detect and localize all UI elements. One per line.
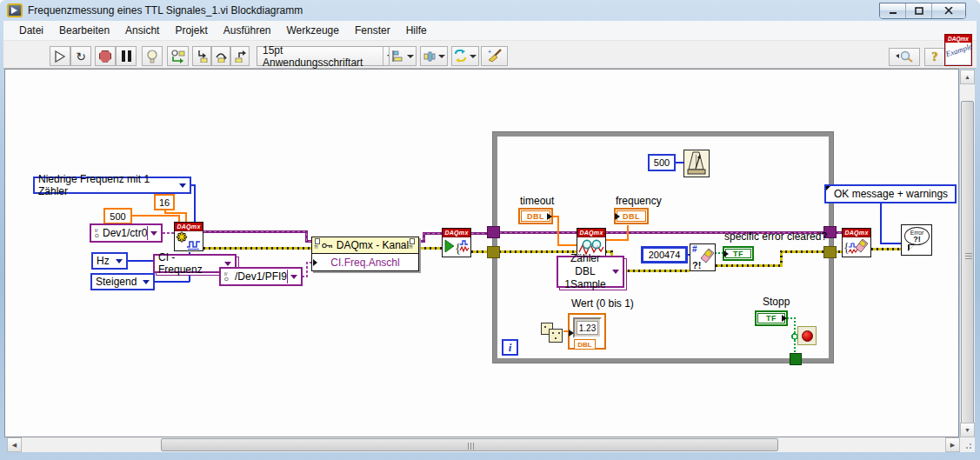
daqmx-create-channel-node[interactable]: DAQmx: [174, 222, 203, 251]
cleared-label: specific error cleared?: [724, 230, 827, 243]
abort-button[interactable]: [95, 46, 116, 66]
frequency-label: frequency: [616, 195, 662, 207]
error-bubble-icon: Error ?!: [904, 227, 930, 245]
loop-iteration-terminal[interactable]: i: [502, 339, 518, 356]
run-button[interactable]: [50, 46, 70, 66]
random-value-indicator[interactable]: 1.23 DBL: [568, 313, 606, 350]
io-counter-control[interactable]: I/O Dev1/ctr0: [90, 223, 163, 243]
loop-condition-terminal[interactable]: [797, 326, 817, 345]
simple-error-handler-node[interactable]: Error ?!: [901, 224, 932, 256]
property-node-title: DAQmx - Kanal: [337, 239, 409, 251]
menu-bearbeiten[interactable]: Bearbeiten: [51, 22, 117, 39]
indicator-arrow: [569, 330, 574, 337]
scroll-right-button[interactable]: ▶: [945, 437, 960, 452]
stop-control-terminal[interactable]: TF: [755, 310, 788, 326]
pause-button[interactable]: [116, 46, 137, 66]
pause-icon: [122, 50, 131, 62]
run-continuous-icon: ↻: [76, 50, 86, 63]
align-objects-icon: [392, 50, 404, 63]
lightbulb-icon: [146, 50, 158, 63]
resize-grip[interactable]: [960, 437, 975, 452]
horizontal-scrollbar[interactable]: ◀ ▶: [7, 437, 960, 452]
toolbar: ↻ 15pt Anwendungsschriftart: [3, 40, 977, 69]
scroll-up-button[interactable]: ▲: [960, 70, 975, 84]
input-arrow: [313, 259, 317, 266]
constant-500-max[interactable]: 500: [103, 208, 132, 224]
random-value-label: Wert (0 bis 1): [571, 297, 634, 310]
menu-werkzeuge[interactable]: Werkzeuge: [278, 22, 346, 39]
dropdown-icon[interactable]: [224, 262, 231, 266]
property-corner-glyph: ?!: [314, 238, 322, 253]
random-number-node[interactable]: [541, 320, 564, 343]
divider: [287, 270, 288, 283]
vi-icon-script: Example: [944, 43, 972, 59]
ring-error-action[interactable]: OK message + warnings: [824, 184, 957, 203]
maximize-button[interactable]: [906, 3, 932, 18]
search-button[interactable]: [889, 48, 920, 66]
distribute-objects-icon: [423, 50, 436, 63]
io-terminal-label: /Dev1/PFI9: [235, 270, 287, 283]
io-terminal-pfi[interactable]: I/O /Dev1/PFI9: [219, 267, 303, 286]
close-button[interactable]: [932, 3, 965, 18]
step-over-button[interactable]: [211, 46, 230, 66]
horizontal-scroll-thumb[interactable]: [161, 438, 778, 451]
start-task-icon: {: [443, 237, 470, 257]
step-into-button[interactable]: [192, 46, 211, 66]
daqmx-channel-property-node[interactable]: ?! DAQmx - Kanal ?! CI.Freq.Anschl: [311, 237, 419, 271]
daqmx-start-task-node[interactable]: DAQmx {: [442, 228, 471, 257]
timeout-control-terminal[interactable]: DBL: [518, 208, 553, 224]
retain-wire-values-button[interactable]: [167, 46, 189, 66]
title-bar[interactable]: Frequenzmessung eines TTL Signales_1.vi …: [0, 0, 980, 21]
help-button[interactable]: ?: [924, 48, 945, 66]
menu-ausfuehren[interactable]: Ausführen: [216, 22, 279, 39]
enum-units-hz[interactable]: Hz: [91, 252, 128, 270]
reorder-button[interactable]: [451, 46, 479, 66]
numeric-display-frame: 1.23: [573, 317, 602, 338]
wait-ms-node[interactable]: [683, 150, 710, 177]
io-glyph: I/O: [95, 228, 100, 238]
vertical-scroll-thumb[interactable]: [961, 101, 974, 443]
help-icon: ?: [932, 50, 938, 64]
ring-corner-marker: [824, 184, 832, 192]
scroll-down-button[interactable]: ▼: [960, 423, 975, 437]
cleanup-diagram-button[interactable]: +: [481, 46, 508, 66]
clear-specific-error-node[interactable]: # ?!: [690, 243, 716, 271]
menu-projekt[interactable]: Projekt: [167, 22, 215, 39]
constant-16[interactable]: 16: [154, 194, 175, 210]
indicator-arrow: [615, 213, 620, 220]
dropdown-icon[interactable]: [143, 280, 150, 284]
step-out-button[interactable]: [230, 46, 250, 66]
step-over-icon: [215, 50, 228, 63]
align-objects-button[interactable]: [389, 46, 417, 66]
frequency-indicator-terminal[interactable]: DBL: [614, 208, 649, 224]
dropdown-icon[interactable]: [290, 275, 297, 279]
dropdown-icon[interactable]: [150, 231, 157, 236]
menu-fenster[interactable]: Fenster: [347, 22, 398, 39]
constant-error-code[interactable]: 200474: [641, 246, 688, 263]
vi-icon-daqmx-example[interactable]: DAQmx Example: [944, 34, 972, 66]
menu-ansicht[interactable]: Ansicht: [117, 22, 167, 39]
font-selector[interactable]: 15pt Anwendungsschriftart: [257, 46, 397, 66]
stop-label: Stopp: [763, 296, 790, 308]
selector-read-label: Zähler DBL1Sample: [562, 252, 609, 291]
run-continuous-button[interactable]: ↻: [70, 46, 91, 66]
cleared-indicator-terminal[interactable]: TF: [723, 246, 754, 261]
enum-edge-steigend[interactable]: Steigend: [90, 273, 155, 290]
dropdown-icon[interactable]: [179, 183, 186, 188]
scroll-left-button[interactable]: ◀: [7, 437, 22, 452]
minimize-button[interactable]: [880, 3, 906, 18]
vertical-scrollbar[interactable]: ▲ ▼: [960, 70, 975, 437]
menu-hilfe[interactable]: Hilfe: [398, 22, 435, 39]
daqmx-clear-task-node[interactable]: DAQmx {: [842, 228, 871, 257]
menu-datei[interactable]: Datei: [11, 22, 51, 39]
constant-500-wait[interactable]: 500: [648, 154, 676, 171]
highlight-execution-button[interactable]: [142, 46, 163, 66]
die-icon: [549, 329, 563, 343]
vi-icon-banner: DAQmx: [945, 35, 971, 43]
io-counter-label: Dev1/ctr0: [103, 227, 147, 239]
enum-measurement-type[interactable]: Niedrige Frequenz mit 1 Zähler: [33, 177, 191, 194]
dropdown-icon[interactable]: [612, 270, 619, 274]
polymorphic-selector-read[interactable]: Zähler DBL1Sample: [557, 256, 624, 288]
distribute-objects-button[interactable]: [420, 46, 448, 66]
dropdown-icon[interactable]: [116, 259, 123, 263]
